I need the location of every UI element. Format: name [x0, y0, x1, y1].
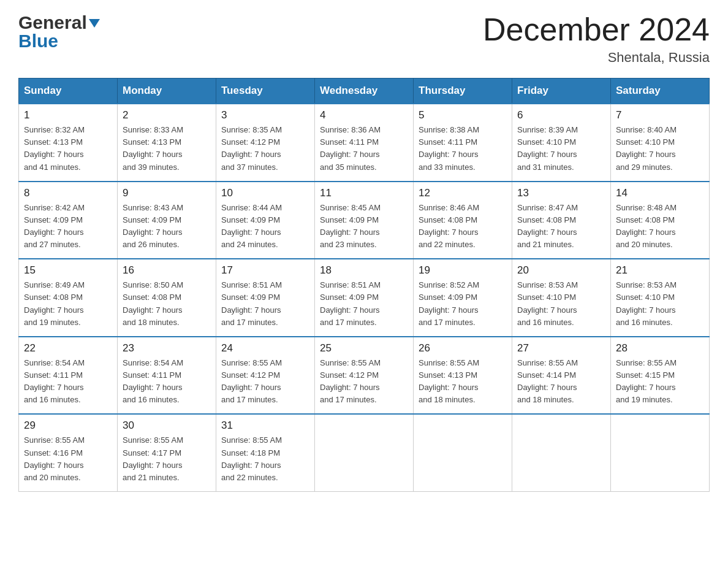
- daylight-minutes: and 24 minutes.: [221, 240, 278, 249]
- calendar-cell: 25 Sunrise: 8:55 AM Sunset: 4:12 PM Dayl…: [315, 337, 414, 415]
- day-info: Sunrise: 8:49 AM Sunset: 4:08 PM Dayligh…: [24, 279, 112, 329]
- daylight-minutes: and 31 minutes.: [517, 163, 574, 172]
- daylight-text: Daylight: 7 hours: [221, 305, 281, 315]
- daylight-minutes: and 33 minutes.: [419, 163, 476, 172]
- day-info: Sunrise: 8:53 AM Sunset: 4:10 PM Dayligh…: [616, 279, 704, 329]
- calendar-week-row: 8 Sunrise: 8:42 AM Sunset: 4:09 PM Dayli…: [19, 182, 710, 259]
- sunrise-text: Sunrise: 8:39 AM: [517, 125, 578, 134]
- daylight-text: Daylight: 7 hours: [24, 305, 84, 315]
- day-info: Sunrise: 8:38 AM Sunset: 4:11 PM Dayligh…: [419, 124, 507, 174]
- logo-general-text: General: [18, 12, 87, 33]
- sunrise-text: Sunrise: 8:42 AM: [24, 203, 85, 212]
- day-number: 4: [320, 109, 408, 121]
- logo-blue-text: Blue: [18, 31, 100, 52]
- day-info: Sunrise: 8:51 AM Sunset: 4:09 PM Dayligh…: [320, 279, 408, 329]
- daylight-text: Daylight: 7 hours: [419, 305, 479, 315]
- day-number: 27: [517, 342, 605, 354]
- calendar-cell: 11 Sunrise: 8:45 AM Sunset: 4:09 PM Dayl…: [315, 182, 414, 259]
- sunrise-text: Sunrise: 8:55 AM: [616, 358, 677, 367]
- daylight-text: Daylight: 7 hours: [419, 228, 479, 237]
- daylight-minutes: and 16 minutes.: [616, 318, 673, 327]
- day-number: 6: [517, 109, 605, 121]
- sunset-text: Sunset: 4:14 PM: [517, 370, 576, 380]
- sunset-text: Sunset: 4:10 PM: [616, 293, 675, 302]
- header-thursday: Thursday: [414, 79, 512, 104]
- calendar-cell: 15 Sunrise: 8:49 AM Sunset: 4:08 PM Dayl…: [19, 259, 118, 337]
- daylight-text: Daylight: 7 hours: [221, 461, 281, 470]
- day-info: Sunrise: 8:55 AM Sunset: 4:16 PM Dayligh…: [24, 434, 112, 484]
- day-info: Sunrise: 8:55 AM Sunset: 4:15 PM Dayligh…: [616, 357, 704, 407]
- sunrise-text: Sunrise: 8:38 AM: [419, 125, 479, 134]
- logo: General Blue: [18, 12, 100, 52]
- daylight-text: Daylight: 7 hours: [517, 305, 577, 315]
- day-number: 24: [221, 342, 309, 354]
- day-number: 31: [221, 419, 309, 432]
- sunrise-text: Sunrise: 8:53 AM: [616, 280, 677, 289]
- day-number: 21: [616, 264, 704, 277]
- header-friday: Friday: [512, 79, 611, 104]
- sunrise-text: Sunrise: 8:33 AM: [123, 125, 183, 134]
- title-section: December 2024 Shentala, Russia: [483, 12, 710, 66]
- daylight-minutes: and 17 minutes.: [419, 318, 476, 327]
- month-title: December 2024: [483, 12, 710, 47]
- daylight-minutes: and 17 minutes.: [221, 318, 278, 327]
- sunrise-text: Sunrise: 8:52 AM: [419, 280, 479, 289]
- calendar-cell: 9 Sunrise: 8:43 AM Sunset: 4:09 PM Dayli…: [118, 182, 216, 259]
- daylight-text: Daylight: 7 hours: [123, 383, 183, 392]
- daylight-text: Daylight: 7 hours: [517, 228, 577, 237]
- sunset-text: Sunset: 4:09 PM: [419, 293, 477, 302]
- calendar-cell: 6 Sunrise: 8:39 AM Sunset: 4:10 PM Dayli…: [512, 104, 611, 182]
- sunrise-text: Sunrise: 8:48 AM: [616, 203, 677, 212]
- header-saturday: Saturday: [611, 79, 710, 104]
- day-info: Sunrise: 8:46 AM Sunset: 4:08 PM Dayligh…: [419, 202, 507, 251]
- daylight-minutes: and 16 minutes.: [24, 395, 81, 404]
- daylight-minutes: and 21 minutes.: [517, 240, 574, 249]
- daylight-minutes: and 18 minutes.: [517, 395, 574, 404]
- daylight-text: Daylight: 7 hours: [419, 383, 479, 392]
- location-text: Shentala, Russia: [483, 50, 710, 66]
- daylight-minutes: and 16 minutes.: [123, 395, 180, 404]
- day-info: Sunrise: 8:55 AM Sunset: 4:14 PM Dayligh…: [517, 357, 605, 407]
- day-number: 18: [320, 264, 408, 277]
- calendar-cell: 19 Sunrise: 8:52 AM Sunset: 4:09 PM Dayl…: [414, 259, 512, 337]
- calendar-cell: 13 Sunrise: 8:47 AM Sunset: 4:08 PM Dayl…: [512, 182, 611, 259]
- daylight-text: Daylight: 7 hours: [221, 150, 281, 159]
- sunset-text: Sunset: 4:08 PM: [419, 215, 477, 224]
- calendar-cell: 17 Sunrise: 8:51 AM Sunset: 4:09 PM Dayl…: [216, 259, 315, 337]
- daylight-text: Daylight: 7 hours: [221, 383, 281, 392]
- sunrise-text: Sunrise: 8:54 AM: [24, 358, 85, 367]
- day-number: 2: [123, 109, 211, 121]
- day-number: 30: [123, 419, 211, 432]
- sunrise-text: Sunrise: 8:45 AM: [320, 203, 381, 212]
- daylight-minutes: and 29 minutes.: [616, 163, 673, 172]
- calendar-week-row: 29 Sunrise: 8:55 AM Sunset: 4:16 PM Dayl…: [19, 414, 710, 491]
- daylight-text: Daylight: 7 hours: [517, 383, 577, 392]
- day-number: 5: [419, 109, 507, 121]
- calendar-cell: 20 Sunrise: 8:53 AM Sunset: 4:10 PM Dayl…: [512, 259, 611, 337]
- daylight-minutes: and 21 minutes.: [123, 473, 180, 482]
- sunset-text: Sunset: 4:08 PM: [517, 215, 576, 224]
- daylight-minutes: and 17 minutes.: [320, 318, 377, 327]
- calendar-week-row: 1 Sunrise: 8:32 AM Sunset: 4:13 PM Dayli…: [19, 104, 710, 182]
- calendar-cell: 12 Sunrise: 8:46 AM Sunset: 4:08 PM Dayl…: [414, 182, 512, 259]
- day-info: Sunrise: 8:51 AM Sunset: 4:09 PM Dayligh…: [221, 279, 309, 329]
- daylight-minutes: and 19 minutes.: [616, 395, 673, 404]
- daylight-minutes: and 17 minutes.: [221, 395, 278, 404]
- sunset-text: Sunset: 4:09 PM: [320, 215, 379, 224]
- calendar-cell: 2 Sunrise: 8:33 AM Sunset: 4:13 PM Dayli…: [118, 104, 216, 182]
- sunrise-text: Sunrise: 8:51 AM: [320, 280, 381, 289]
- day-number: 7: [616, 109, 704, 121]
- day-number: 9: [123, 187, 211, 199]
- sunrise-text: Sunrise: 8:54 AM: [123, 358, 183, 367]
- day-info: Sunrise: 8:35 AM Sunset: 4:12 PM Dayligh…: [221, 124, 309, 174]
- sunset-text: Sunset: 4:08 PM: [616, 215, 675, 224]
- daylight-text: Daylight: 7 hours: [123, 228, 183, 237]
- day-info: Sunrise: 8:55 AM Sunset: 4:17 PM Dayligh…: [123, 434, 211, 484]
- daylight-minutes: and 20 minutes.: [616, 240, 673, 249]
- page-header: General Blue December 2024 Shentala, Rus…: [18, 12, 710, 66]
- sunset-text: Sunset: 4:12 PM: [221, 137, 280, 147]
- sunset-text: Sunset: 4:17 PM: [123, 448, 181, 458]
- sunset-text: Sunset: 4:18 PM: [221, 448, 280, 458]
- day-info: Sunrise: 8:50 AM Sunset: 4:08 PM Dayligh…: [123, 279, 211, 329]
- sunrise-text: Sunrise: 8:55 AM: [221, 435, 282, 445]
